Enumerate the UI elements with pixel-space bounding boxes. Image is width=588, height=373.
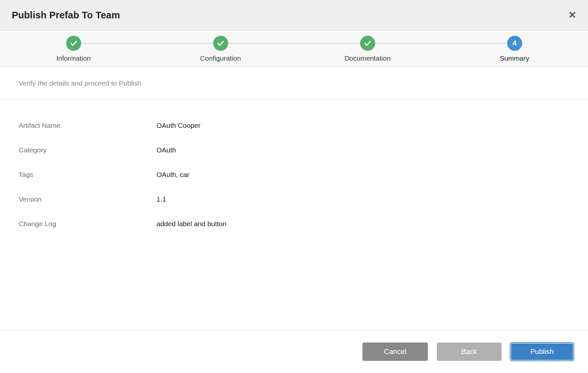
step-complete-circle <box>213 36 228 51</box>
check-icon <box>364 39 372 47</box>
back-button[interactable]: Back <box>437 343 502 361</box>
dialog-header: Publish Prefab To Team ✕ <box>0 0 588 30</box>
summary-field-row: Version 1.1 <box>19 187 588 211</box>
step-complete-circle <box>66 36 81 51</box>
field-value: added label and button <box>156 220 227 228</box>
stepper-step-configuration[interactable]: Configuration <box>147 30 294 67</box>
stepper-step-documentation[interactable]: Documentation <box>294 30 441 67</box>
step-active-circle: 4 <box>507 36 522 51</box>
step-label: Configuration <box>200 54 241 62</box>
cancel-button[interactable]: Cancel <box>362 343 428 361</box>
summary-fields: Artifact Name OAuth Cooper Category OAut… <box>0 100 588 330</box>
wizard-stepper: Information Configuration Documentation … <box>0 30 588 67</box>
step-number: 4 <box>512 39 516 48</box>
field-value: OAuth Cooper <box>156 122 200 129</box>
page-title: Publish Prefab To Team <box>12 10 120 21</box>
field-value: OAuth, car <box>156 171 189 179</box>
summary-field-row: Tags OAuth, car <box>19 162 588 187</box>
step-description: Verify the details and proceed to Publis… <box>19 79 141 87</box>
summary-field-row: Artifact Name OAuth Cooper <box>19 113 588 138</box>
close-button[interactable]: ✕ <box>565 8 579 22</box>
stepper-step-summary[interactable]: 4 Summary <box>441 30 588 67</box>
close-icon: ✕ <box>568 10 576 20</box>
field-label: Artifact Name <box>19 122 156 129</box>
step-description-bar: Verify the details and proceed to Publis… <box>0 67 588 100</box>
dialog-footer: Cancel Back Publish <box>0 330 588 373</box>
step-label: Information <box>56 54 91 62</box>
field-label: Tags <box>19 171 156 179</box>
summary-field-row: Category OAuth <box>19 138 588 162</box>
publish-prefab-dialog: Publish Prefab To Team ✕ Information Con… <box>0 0 588 373</box>
step-complete-circle <box>360 36 375 51</box>
summary-field-row: Change Log added label and button <box>19 211 588 236</box>
step-label: Documentation <box>344 54 391 62</box>
field-value: 1.1 <box>156 195 166 203</box>
field-label: Category <box>19 146 156 154</box>
field-label: Version <box>19 195 156 203</box>
stepper-step-information[interactable]: Information <box>0 30 147 67</box>
publish-button[interactable]: Publish <box>510 343 574 361</box>
check-icon <box>70 39 78 47</box>
check-icon <box>217 39 225 47</box>
field-label: Change Log <box>19 220 156 228</box>
step-label: Summary <box>500 54 529 62</box>
field-value: OAuth <box>156 146 176 154</box>
